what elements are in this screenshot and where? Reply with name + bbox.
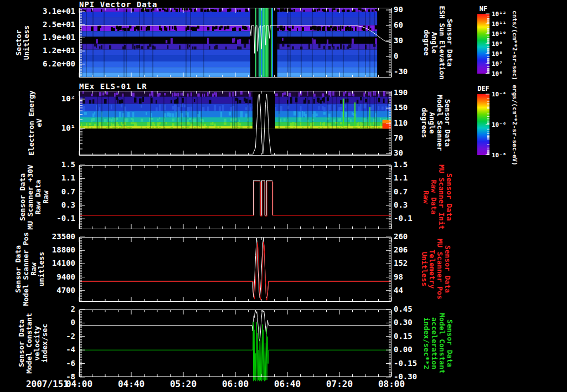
x-axis-tick-label: 07:20 [316,379,363,389]
panel-els-title: MEx ELS-01 LR [79,82,147,91]
panel-els-right-axis-label: Sensor Data Model Scanner Angle degrees [420,95,451,151]
colorbar-tick-label: 10¹² [492,11,517,18]
panel-scanner-30v-plot [79,165,391,229]
y-axis-tick-label: 6.2e+00 [33,59,75,69]
panel-model-constant-right-axis-label: Sensor Data Model Constant acceleration … [422,313,453,374]
colorbar-tick-label: 10¹¹ [492,20,517,28]
panel-model-constant-left-axis-label: Sensor Data Model Constant velocity inde… [18,313,49,374]
colorbar-tick-label: 10⁻⁶ [492,121,517,128]
colorbar-tick-label: 10⁹ [492,40,517,48]
colorbar-tick-label: 10⁸ [492,50,517,58]
panel-els-left-axis-label: Electron Energy eV [28,90,43,155]
colorbar-def-title: DEF [473,85,494,92]
panel-scanner-pos-plot [79,237,391,302]
colorbar-tick-label: 10⁶ [492,70,517,78]
y-axis-tick-label: 2.5e+01 [33,20,75,29]
panel-scanner-pos-right-axis-label: Sensor Data MU Scanner Pos Telemetry Uni… [420,239,451,300]
plot-screen: NPI Vector Data MEx ELS-01 LR 2007/151 N… [0,0,567,392]
panel-npi-right-axis-label: Sensor Data ESH Sun Elevation Angle degr… [422,6,453,79]
panel-scanner-pos-left-axis-label: Sensor Data Model Scanner Pos Raw unitle… [14,232,45,306]
x-axis-tick-label: 06:40 [264,379,311,389]
colorbar-tick-label: 10⁷ [492,60,517,68]
x-axis-tick-label: 04:00 [56,379,102,389]
panel-npi-left-axis-label: Sector Unitless [15,25,30,60]
x-axis-tick-label: 05:20 [160,379,207,389]
y-axis-tick-label: 3.1e+01 [33,7,75,16]
panel-npi-plot [79,8,391,78]
panel-els-plot [79,91,391,156]
panel-scanner-30v-right-axis-label: Sensor Data MU Scanner Init Raw Data Raw [422,164,453,229]
y-axis-tick-label: 1.9e+01 [33,33,75,42]
x-axis-tick-label: 06:00 [212,379,259,389]
colorbar-tick-label: 10¹⁰ [492,30,517,38]
y-axis-tick-label: 1.2e+01 [33,46,75,55]
panel-scanner-30v-left-axis-label: Sensor Data MU Scanner +30V Raw Data Raw [19,164,50,229]
panel-model-constant-plot [79,310,391,377]
colorbar-tick-label: 10⁻⁸ [492,152,517,159]
colorbar-nf-title: NF [473,5,494,13]
x-axis-tick-label: 04:40 [108,379,154,389]
x-axis-tick-label: 08:00 [368,379,415,389]
colorbar-tick-label: 10⁻⁴ [492,91,517,98]
